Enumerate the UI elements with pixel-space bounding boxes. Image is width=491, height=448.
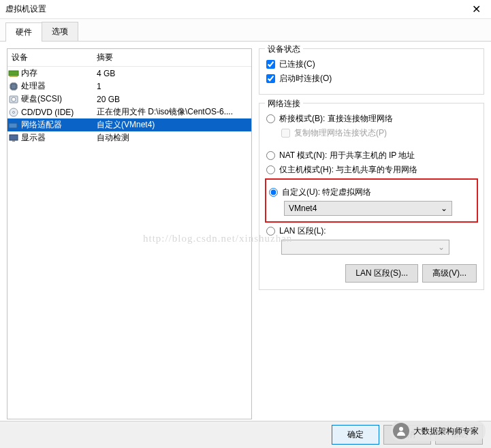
replicate-input <box>281 129 290 138</box>
connected-checkbox[interactable]: 已连接(C) <box>266 59 477 70</box>
lan-segment-select: ⌄ <box>281 240 449 255</box>
device-summary: 1 <box>93 82 251 91</box>
col-device: 设备 <box>7 49 93 66</box>
svg-rect-0 <box>9 71 18 76</box>
connect-poweron-input[interactable] <box>266 74 275 83</box>
custom-network-select[interactable]: VMnet4 ⌄ <box>284 201 452 216</box>
svg-point-12 <box>399 427 403 431</box>
device-row-disk[interactable]: 硬盘(SCSI)20 GB <box>7 93 251 106</box>
replicate-label: 复制物理网络连接状态(P) <box>294 127 387 139</box>
lan-segment-label: LAN 区段(L): <box>279 225 326 237</box>
device-summary: 自动检测 <box>93 132 251 144</box>
svg-rect-10 <box>12 140 15 142</box>
connected-input[interactable] <box>266 60 275 69</box>
device-name: 处理器 <box>20 80 93 92</box>
svg-point-6 <box>13 111 15 113</box>
nat-label: NAT 模式(N): 用于共享主机的 IP 地址 <box>279 150 415 161</box>
device-summary: 4 GB <box>93 69 251 78</box>
svg-point-4 <box>12 97 16 101</box>
window-title: 虚拟机设置 <box>5 3 466 15</box>
avatar-icon <box>393 423 409 439</box>
chevron-down-icon: ⌄ <box>438 242 445 252</box>
svg-rect-9 <box>10 135 18 140</box>
replicate-checkbox: 复制物理网络连接状态(P) <box>281 127 477 139</box>
lan-segment-input[interactable] <box>266 227 275 236</box>
device-row-cpu[interactable]: 处理器1 <box>7 80 251 93</box>
device-name: 网络适配器 <box>20 119 93 131</box>
custom-input[interactable] <box>269 188 278 197</box>
cpu-icon <box>7 82 20 91</box>
chevron-down-icon: ⌄ <box>441 204 447 213</box>
svg-rect-7 <box>9 123 17 128</box>
device-name: 内存 <box>20 67 93 79</box>
lan-segment-radio[interactable]: LAN 区段(L): <box>266 225 477 237</box>
nat-radio[interactable]: NAT 模式(N): 用于共享主机的 IP 地址 <box>266 150 477 161</box>
bridge-input[interactable] <box>266 114 275 123</box>
hostonly-input[interactable] <box>266 165 275 174</box>
device-row-display[interactable]: 显示器自动检测 <box>7 131 251 144</box>
tab-bar: 硬件 选项 <box>0 19 491 42</box>
device-row-nic[interactable]: 网络适配器自定义(VMnet4) <box>7 118 251 131</box>
device-status-group: 设备状态 已连接(C) 启动时连接(O) <box>259 48 484 95</box>
svg-rect-1 <box>10 76 18 77</box>
device-summary: 正在使用文件 D:\iso镜像\CentOS-6.... <box>93 106 251 118</box>
advanced-button[interactable]: 高级(V)... <box>422 264 477 283</box>
device-list[interactable]: 设备 摘要 内存4 GB处理器1硬盘(SCSI)20 GBCD/DVD (IDE… <box>7 48 252 419</box>
col-summary: 摘要 <box>93 49 251 66</box>
device-row-memory[interactable]: 内存4 GB <box>7 67 251 80</box>
device-summary: 20 GB <box>93 95 251 104</box>
network-connection-legend: 网络连接 <box>265 98 303 110</box>
device-status-legend: 设备状态 <box>265 44 303 55</box>
cd-icon <box>7 108 20 117</box>
memory-icon <box>7 69 20 78</box>
ok-button[interactable]: 确定 <box>332 425 379 445</box>
lan-segments-button[interactable]: LAN 区段(S)... <box>345 264 418 283</box>
custom-network-value: VMnet4 <box>289 204 317 213</box>
tab-options[interactable]: 选项 <box>42 22 78 41</box>
connect-poweron-label: 启动时连接(O) <box>279 73 332 84</box>
device-name: CD/DVD (IDE) <box>20 108 93 117</box>
device-list-header: 设备 摘要 <box>7 49 251 67</box>
device-summary: 自定义(VMnet4) <box>93 119 251 131</box>
nat-input[interactable] <box>266 151 275 160</box>
bridge-radio[interactable]: 桥接模式(B): 直接连接物理网络 <box>266 113 477 125</box>
device-name: 硬盘(SCSI) <box>20 93 93 105</box>
device-name: 显示器 <box>20 132 93 144</box>
custom-label: 自定义(U): 特定虚拟网络 <box>282 187 371 198</box>
nic-icon <box>7 121 20 129</box>
hostonly-radio[interactable]: 仅主机模式(H): 与主机共享的专用网络 <box>266 164 477 176</box>
network-connection-group: 网络连接 桥接模式(B): 直接连接物理网络 复制物理网络连接状态(P) NAT… <box>259 103 484 290</box>
disk-icon <box>7 95 20 103</box>
svg-rect-2 <box>11 84 16 89</box>
highlight-box: 自定义(U): 特定虚拟网络 VMnet4 ⌄ <box>265 178 478 223</box>
display-icon <box>7 134 20 142</box>
close-icon[interactable]: ✕ <box>466 3 486 16</box>
connect-poweron-checkbox[interactable]: 启动时连接(O) <box>266 73 477 84</box>
hostonly-label: 仅主机模式(H): 与主机共享的专用网络 <box>279 164 417 176</box>
connected-label: 已连接(C) <box>279 59 315 70</box>
bridge-label: 桥接模式(B): 直接连接物理网络 <box>279 113 393 125</box>
account-overlay: 大数据架构师专家 <box>391 421 486 441</box>
svg-rect-8 <box>17 125 19 127</box>
tab-hardware[interactable]: 硬件 <box>5 22 42 42</box>
custom-radio[interactable]: 自定义(U): 特定虚拟网络 <box>269 187 474 198</box>
account-overlay-text: 大数据架构师专家 <box>413 426 479 437</box>
device-row-cd[interactable]: CD/DVD (IDE)正在使用文件 D:\iso镜像\CentOS-6.... <box>7 106 251 118</box>
